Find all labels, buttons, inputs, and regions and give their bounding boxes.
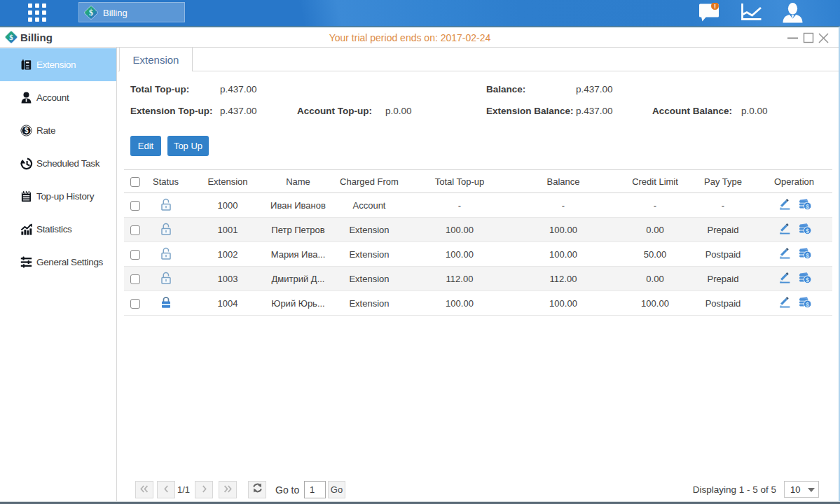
svg-text:!: ! (714, 3, 716, 10)
svg-text:$: $ (25, 127, 29, 134)
svg-text:$: $ (806, 227, 809, 234)
svg-text:$: $ (9, 33, 13, 41)
svg-text:$: $ (89, 8, 93, 18)
svg-text:$: $ (806, 276, 809, 284)
svg-text:$: $ (806, 203, 809, 210)
svg-text:$: $ (806, 301, 809, 308)
svg-text:$: $ (806, 252, 809, 259)
